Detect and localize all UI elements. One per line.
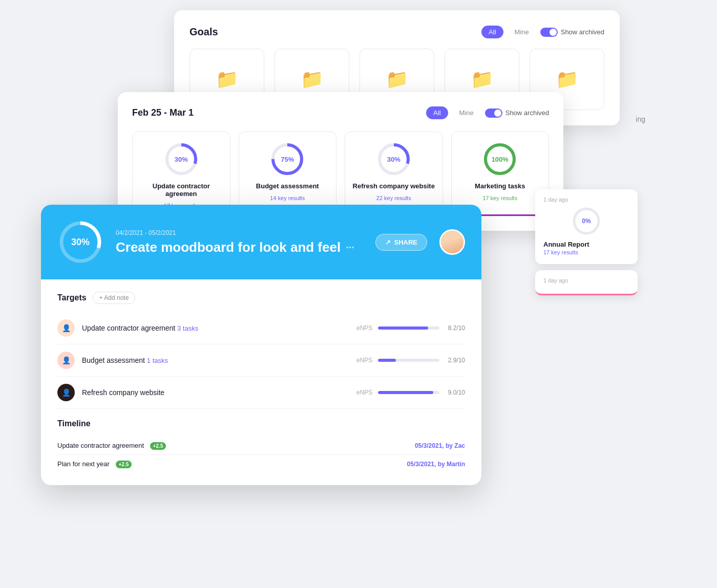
donut-4: 100%: [482, 141, 518, 177]
mid-toggle-row: Show archived: [485, 108, 549, 118]
goal-card-name-1: Update contractor agreemen: [140, 182, 223, 198]
metric-bar-2: [378, 359, 396, 362]
text-ing: ing: [636, 115, 645, 123]
goal-card-3[interactable]: 30% Refresh company website 22 key resul…: [345, 132, 443, 216]
target-name-1: Update contractor agreement 3 tasks: [82, 324, 356, 332]
timeline-name-1: Update contractor agreement +2.5: [57, 442, 415, 449]
targets-section-header: Targets + Add note: [57, 292, 465, 304]
target-link-1[interactable]: 3 tasks: [177, 324, 198, 332]
metric-bar-wrap-2: [378, 359, 439, 362]
target-metric-1: eNPS 8.2/10: [356, 324, 465, 332]
goals-header: Goals All Mine Show archived: [189, 26, 604, 38]
share-button[interactable]: ↗ SHARE: [375, 234, 427, 251]
folder-icon-4: 📁: [471, 69, 494, 90]
mid-show-archived-label: Show archived: [505, 109, 549, 117]
goal-card-1[interactable]: 30% Update contractor agreemen 17 key re…: [132, 132, 230, 216]
add-note-button[interactable]: + Add note: [93, 292, 136, 304]
metric-bar-wrap-1: [378, 326, 439, 330]
goals-filter-mine[interactable]: Mine: [508, 26, 536, 38]
goal-card-name-3: Refresh company website: [353, 182, 435, 190]
donut-2: 75%: [269, 141, 305, 177]
target-row-3: 👤 Refresh company website eNPS 9.0/10: [57, 377, 465, 409]
target-link-2[interactable]: 1 tasks: [147, 357, 168, 364]
side-card-1-sub: 17 key results: [543, 249, 629, 255]
goal-cards-row: 30% Update contractor agreemen 17 key re…: [132, 132, 549, 216]
donut-1: 30%: [163, 141, 199, 177]
goals-show-archived-label: Show archived: [561, 28, 604, 36]
target-avatar-3: 👤: [57, 384, 75, 401]
donut-label-4: 100%: [492, 156, 509, 163]
progress-ring-big: 30%: [57, 219, 103, 265]
mid-archived-toggle[interactable]: [485, 108, 502, 118]
timeline-name-2: Plan for next year +2.5: [57, 460, 407, 468]
detail-title: Create moodboard for look and feel ···: [116, 239, 363, 255]
folder-icon-2: 📁: [301, 69, 324, 90]
detail-header-info: 04/2/2021 - 05/2/2021 Create moodboard f…: [116, 229, 363, 255]
metric-label-2: eNPS: [356, 357, 373, 364]
timeline-section-header: Timeline: [57, 419, 465, 428]
targets-list: 👤 Update contractor agreement 3 tasks eN…: [57, 312, 465, 409]
avatar: [439, 229, 465, 255]
goals-filter-all[interactable]: All: [481, 26, 503, 38]
targets-label: Targets: [57, 293, 87, 302]
folder-icon-1: 📁: [216, 69, 239, 90]
donut-label-2: 75%: [281, 156, 294, 163]
timeline-row-2: Plan for next year +2.5 05/3/2021, by Ma…: [57, 455, 465, 473]
goal-card-name-4: Marketing tasks: [475, 182, 525, 190]
goals-filters: All Mine Show archived: [481, 26, 604, 38]
metric-value-3: 9.0/10: [445, 389, 465, 396]
side-card-2[interactable]: 1 day ago: [535, 270, 638, 295]
folder-icon-3: 📁: [386, 69, 409, 90]
progress-label: 30%: [71, 237, 90, 248]
goal-card-2[interactable]: 75% Budget assessment 14 key results: [239, 132, 337, 216]
donut-label-3: 30%: [387, 156, 400, 163]
metric-bar-1: [378, 326, 428, 330]
detail-panel: 30% 04/2/2021 - 05/2/2021 Create moodboa…: [41, 205, 481, 485]
goal-card-4[interactable]: 100% Marketing tasks 17 key results: [451, 132, 550, 216]
target-avatar-1: 👤: [57, 319, 75, 337]
side-card-1-name: Annual Report: [543, 241, 629, 248]
target-avatar-2: 👤: [57, 352, 75, 369]
timeline-row-1: Update contractor agreement +2.5 05/3/20…: [57, 437, 465, 455]
target-row-2: 👤 Budget assessment 1 tasks eNPS 2.9/10: [57, 344, 465, 377]
target-metric-3: eNPS 9.0/10: [356, 389, 465, 396]
goal-card-sub-2: 14 key results: [270, 195, 305, 201]
side-card-1-donut: 0%: [543, 206, 629, 236]
target-metric-2: eNPS 2.9/10: [356, 357, 465, 364]
target-name-2: Budget assessment 1 tasks: [82, 356, 356, 364]
donut-3: 30%: [376, 141, 412, 177]
goal-card-sub-3: 22 key results: [376, 195, 411, 201]
goals-archived-toggle[interactable]: [540, 28, 558, 37]
share-icon: ↗: [385, 238, 391, 246]
metric-bar-3: [378, 391, 433, 394]
avatar-face: [441, 229, 463, 255]
side-card-1-meta: 1 day ago: [543, 197, 629, 203]
metric-value-1: 8.2/10: [445, 324, 465, 332]
scene: Goals All Mine Show archived 📁 📁 📁 📁: [0, 0, 717, 588]
timeline-section: Timeline Update contractor agreement +2.…: [57, 419, 465, 473]
timeline-meta-2: 05/3/2021, by Martin: [407, 461, 465, 468]
goals-toggle-row: Show archived: [540, 28, 604, 37]
metric-label-3: eNPS: [356, 389, 373, 396]
target-name-3: Refresh company website: [82, 388, 356, 397]
target-row-1: 👤 Update contractor agreement 3 tasks eN…: [57, 312, 465, 344]
metric-bar-wrap-3: [378, 391, 439, 394]
side-card-2-meta: 1 day ago: [543, 277, 629, 284]
goals-title: Goals: [189, 26, 218, 38]
detail-body: Targets + Add note 👤 Update contractor a…: [41, 279, 481, 485]
mid-filter-all[interactable]: All: [426, 106, 448, 119]
metric-label-1: eNPS: [356, 324, 373, 332]
goal-card-sub-4: 17 key results: [482, 195, 517, 201]
right-panel: 1 day ago 0% Annual Report 17 key result…: [535, 189, 638, 301]
side-card-1[interactable]: 1 day ago 0% Annual Report 17 key result…: [535, 189, 638, 264]
mid-title: Feb 25 - Mar 1: [132, 107, 194, 118]
donut-label-1: 30%: [175, 156, 188, 163]
timeline-badge-2: +2.5: [116, 461, 132, 468]
folder-icon-5: 📁: [556, 69, 579, 90]
detail-date: 04/2/2021 - 05/2/2021: [116, 229, 363, 236]
mid-header: Feb 25 - Mar 1 All Mine Show archived: [132, 106, 549, 119]
more-options-icon[interactable]: ···: [346, 242, 354, 253]
detail-header: 30% 04/2/2021 - 05/2/2021 Create moodboa…: [41, 205, 481, 279]
timeline-label: Timeline: [57, 419, 91, 428]
mid-filter-mine[interactable]: Mine: [452, 106, 481, 119]
